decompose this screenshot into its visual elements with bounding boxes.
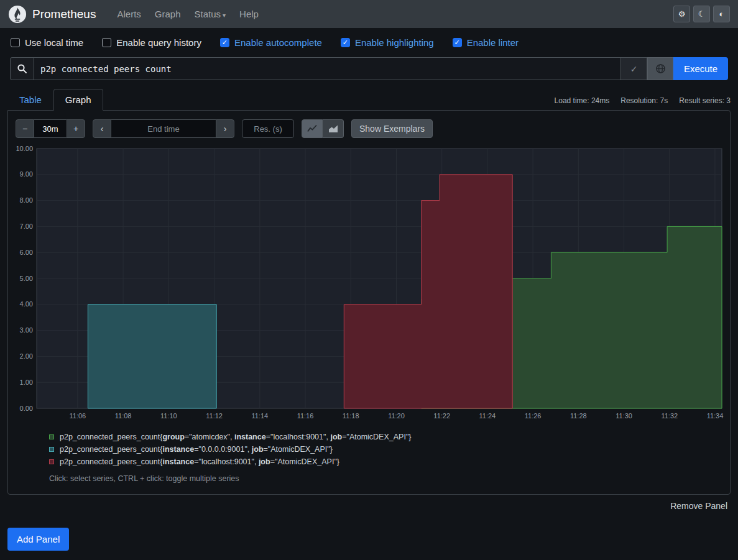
result-series-stat: Result series: 3 <box>679 96 731 105</box>
checkbox-unchecked-icon <box>11 38 20 47</box>
navbar: Prometheus AlertsGraphStatus▾Help ⚙☾◐ <box>0 0 738 28</box>
series-name: p2p_connected_peers_count{group="atomicd… <box>60 433 412 441</box>
chart: 0.001.002.003.004.005.006.007.008.009.00… <box>14 145 724 424</box>
panel-footer: Remove Panel <box>0 500 727 511</box>
series-swatch <box>49 459 54 464</box>
y-tick-label: 6.00 <box>20 249 33 256</box>
x-tick-label: 11:30 <box>616 412 632 420</box>
range-decrease-button[interactable]: − <box>16 119 34 138</box>
line-chart-icon <box>307 124 317 133</box>
navbar-links: AlertsGraphStatus▾Help <box>111 5 673 23</box>
x-tick-label: 11:10 <box>160 412 177 420</box>
y-tick-label: 1.00 <box>20 379 33 386</box>
legend-item[interactable]: p2p_connected_peers_count{group="atomicd… <box>49 433 724 441</box>
legend-item[interactable]: p2p_connected_peers_count{instance="loca… <box>49 457 724 466</box>
globe-icon <box>655 63 666 74</box>
checkbox-label: Enable autocomplete <box>234 37 322 48</box>
legend: p2p_connected_peers_count{group="atomicd… <box>49 433 724 466</box>
checkbox-checked-icon: ✓ <box>453 38 462 47</box>
x-tick-label: 11:28 <box>570 412 587 420</box>
brand-link[interactable]: Prometheus <box>8 5 96 24</box>
line-chart-button[interactable] <box>302 119 323 138</box>
tabs: Table Graph <box>7 89 103 110</box>
nav-item-status[interactable]: Status▾ <box>188 5 233 23</box>
series-name: p2p_connected_peers_count{instance="loca… <box>60 457 339 466</box>
metrics-explorer-button[interactable] <box>647 57 673 80</box>
y-tick-label: 10.00 <box>16 145 33 152</box>
stacked-chart-icon <box>328 124 338 133</box>
checkbox-label: Use local time <box>25 37 83 48</box>
checkbox-use-local-time[interactable]: Use local time <box>11 37 83 48</box>
format-expression-button[interactable]: ✓ <box>621 57 647 80</box>
range-input[interactable] <box>34 119 67 138</box>
series-area[interactable] <box>88 305 216 408</box>
x-tick-label: 11:22 <box>433 412 450 420</box>
query-bar: ✓ Execute <box>10 57 728 80</box>
graph-controls: − + ‹ › Show Exemplars <box>16 119 724 138</box>
y-tick-label: 9.00 <box>20 170 33 178</box>
dark-theme-icon: ☾ <box>698 9 706 19</box>
x-tick-label: 11:06 <box>70 412 86 420</box>
x-tick-label: 11:34 <box>707 412 724 420</box>
resolution-input[interactable] <box>242 119 294 138</box>
legend-hint: Click: select series, CTRL + click: togg… <box>49 474 724 483</box>
range-increase-button[interactable]: + <box>67 119 85 138</box>
x-tick-label: 11:16 <box>297 412 314 420</box>
auto-theme-icon: ◐ <box>719 9 724 19</box>
query-stats: Load time: 24ms Resolution: 7s Result se… <box>555 96 731 110</box>
time-forward-button[interactable]: › <box>216 119 234 138</box>
x-tick-label: 11:26 <box>525 412 542 420</box>
y-tick-label: 8.00 <box>20 196 33 204</box>
chart-type-group <box>302 119 344 138</box>
stacked-chart-button[interactable] <box>323 119 344 138</box>
nav-item-help[interactable]: Help <box>233 5 265 23</box>
remove-panel-button[interactable]: Remove Panel <box>670 501 727 511</box>
execute-button[interactable]: Execute <box>673 57 728 80</box>
tab-graph[interactable]: Graph <box>53 89 103 111</box>
tabs-row: Table Graph Load time: 24ms Resolution: … <box>7 89 731 110</box>
search-icon[interactable] <box>10 57 34 80</box>
auto-theme-button[interactable]: ◐ <box>713 6 730 22</box>
x-tick-label: 11:18 <box>343 412 359 420</box>
show-exemplars-button[interactable]: Show Exemplars <box>351 119 433 138</box>
dark-theme-button[interactable]: ☾ <box>693 6 710 22</box>
y-tick-label: 3.00 <box>20 326 33 334</box>
x-tick-label: 11:08 <box>115 412 132 420</box>
chart-svg[interactable]: 0.001.002.003.004.005.006.007.008.009.00… <box>14 145 724 424</box>
checkbox-enable-query-history[interactable]: Enable query history <box>102 37 201 48</box>
resolution-stat: Resolution: 7s <box>620 96 668 105</box>
add-panel-button[interactable]: Add Panel <box>7 528 69 551</box>
end-time-input[interactable] <box>111 119 216 138</box>
checkbox-checked-icon: ✓ <box>341 38 350 47</box>
query-input[interactable] <box>34 57 621 80</box>
y-tick-label: 2.00 <box>20 352 33 360</box>
checkbox-label: Enable highlighting <box>355 37 434 48</box>
checkbox-label: Enable query history <box>116 37 201 48</box>
y-tick-label: 4.00 <box>20 300 33 308</box>
time-back-button[interactable]: ‹ <box>93 119 111 138</box>
checkbox-unchecked-icon <box>102 38 111 47</box>
y-tick-label: 0.00 <box>20 405 33 412</box>
nav-item-graph[interactable]: Graph <box>149 5 187 23</box>
x-tick-label: 11:14 <box>251 412 268 420</box>
series-swatch <box>49 447 54 452</box>
settings-button[interactable]: ⚙ <box>673 6 690 22</box>
chevron-down-icon: ▾ <box>223 12 226 19</box>
checkbox-label: Enable linter <box>467 37 519 48</box>
legend-item[interactable]: p2p_connected_peers_count{instance="0.0.… <box>49 445 724 454</box>
checkbox-enable-highlighting[interactable]: ✓Enable highlighting <box>341 37 434 48</box>
settings-icon: ⚙ <box>678 9 686 19</box>
range-group: − + <box>16 119 85 138</box>
checkbox-enable-linter[interactable]: ✓Enable linter <box>453 37 519 48</box>
graph-panel: − + ‹ › Show Exemplars 0.001.002.003. <box>7 110 731 495</box>
y-tick-label: 7.00 <box>20 223 33 230</box>
brand-title: Prometheus <box>32 7 96 21</box>
checkbox-enable-autocomplete[interactable]: ✓Enable autocomplete <box>220 37 322 48</box>
series-name: p2p_connected_peers_count{instance="0.0.… <box>60 445 333 454</box>
nav-item-alerts[interactable]: Alerts <box>111 5 147 23</box>
end-time-group: ‹ › <box>93 119 234 138</box>
tab-table[interactable]: Table <box>7 89 53 111</box>
x-tick-label: 11:12 <box>206 412 223 420</box>
prometheus-logo-icon <box>8 5 27 24</box>
y-tick-label: 5.00 <box>20 275 33 282</box>
